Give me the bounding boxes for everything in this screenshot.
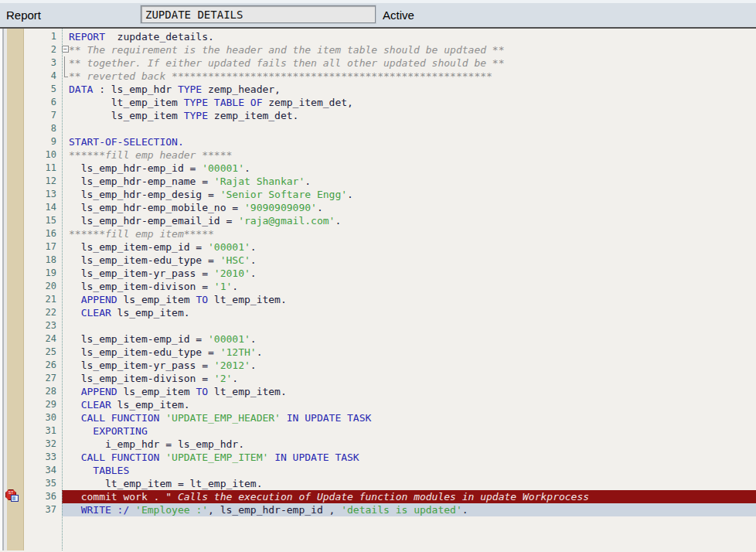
code-line[interactable]: 17 ls_emp_item-emp_id = '00001'.	[24, 240, 756, 254]
code-line[interactable]: 16******fill emp item*****	[24, 227, 756, 240]
code-line[interactable]: 24 ls_emp_item-emp_id = '00001'.	[24, 332, 756, 346]
code-text: TABLES	[69, 464, 129, 477]
code-line[interactable]: 9START-OF-SELECTION.	[24, 135, 756, 148]
code-line-body[interactable]: i_emp_hdr = ls_emp_hdr.	[62, 438, 756, 451]
code-line[interactable]: 35 lt_emp_item = lt_emp_item.	[24, 477, 756, 490]
code-line[interactable]: 5DATA : ls_emp_hdr TYPE zemp_header,	[24, 83, 756, 96]
code-line-body[interactable]: CLEAR ls_emp_item.	[62, 306, 756, 319]
code-line-body[interactable]: ls_emp_item-emp_id = '00001'.	[62, 240, 756, 254]
code-text: WRITE :/ 'Employee :', ls_emp_hdr-emp_id…	[69, 503, 468, 516]
code-text: ls_emp_hdr-emp_id = '00001'.	[69, 162, 250, 175]
code-line[interactable]: 3** together. If either updated fails th…	[24, 56, 756, 70]
code-line[interactable]: 32 i_emp_hdr = ls_emp_hdr.	[24, 438, 756, 451]
line-number: 14	[24, 201, 62, 214]
code-line-body[interactable]: APPEND ls_emp_item TO lt_emp_item.	[62, 293, 756, 306]
code-line-body[interactable]: ls_emp_item-edu_type = 'HSC'.	[62, 254, 756, 267]
code-line[interactable]: 12 ls_emp_hdr-emp_name = 'Rajat Shankar'…	[24, 175, 756, 188]
code-line-body[interactable]: ls_emp_item-divison = '1'.	[62, 280, 756, 293]
fold-collapse-icon[interactable]: −	[62, 43, 69, 56]
line-number: 8	[24, 122, 62, 135]
line-number: 21	[24, 293, 62, 306]
code-line[interactable]: 1REPORT zupdate_details.	[24, 30, 756, 43]
code-line-body[interactable]: ** together. If either updated fails the…	[62, 56, 756, 70]
code-line-body[interactable]: REPORT zupdate_details.	[62, 30, 756, 43]
code-line[interactable]: 23	[24, 319, 756, 332]
code-line[interactable]: 31 EXPORTING	[24, 424, 756, 438]
code-line-body[interactable]: WRITE :/ 'Employee :', ls_emp_hdr-emp_id…	[62, 503, 756, 516]
code-line-body[interactable]: CALL FUNCTION 'UPDATE_EMP_ITEM' IN UPDAT…	[62, 451, 756, 464]
code-line-body[interactable]: EXPORTING	[62, 424, 756, 438]
code-line-body[interactable]: CALL FUNCTION 'UPDATE_EMP_HEADER' IN UPD…	[62, 411, 756, 424]
code-line[interactable]: 33 CALL FUNCTION 'UPDATE_EMP_ITEM' IN UP…	[24, 451, 756, 464]
code-line[interactable]: 29 CLEAR ls_emp_item.	[24, 398, 756, 411]
program-name-input[interactable]	[141, 5, 376, 23]
code-line[interactable]: 10******fill emp header *****	[24, 148, 756, 162]
code-line-body[interactable]: DATA : ls_emp_hdr TYPE zemp_header,	[62, 83, 756, 96]
fold-column	[62, 254, 69, 267]
line-number: 30	[24, 411, 62, 424]
code-line-body[interactable]: commit work . " Calls the execution of U…	[62, 490, 756, 503]
code-text: APPEND ls_emp_item TO lt_emp_item.	[69, 385, 287, 398]
code-line[interactable]: 11 ls_emp_hdr-emp_id = '00001'.	[24, 162, 756, 175]
line-number: 29	[24, 398, 62, 411]
breakpoint-icon[interactable]: ST	[5, 489, 20, 503]
code-line[interactable]: 20 ls_emp_item-divison = '1'.	[24, 280, 756, 293]
code-line-body[interactable]: lt_emp_item TYPE TABLE OF zemp_item_det,	[62, 96, 756, 109]
code-text: CALL FUNCTION 'UPDATE_EMP_ITEM' IN UPDAT…	[69, 451, 359, 464]
code-line[interactable]: 4** reverted back **********************…	[24, 70, 756, 83]
line-number: 25	[24, 346, 62, 359]
code-line[interactable]: 22 CLEAR ls_emp_item.	[24, 306, 756, 319]
code-line[interactable]: 27 ls_emp_item-divison = '2'.	[24, 372, 756, 385]
code-line[interactable]: 26 ls_emp_item-yr_pass = '2012'.	[24, 359, 756, 372]
code-line-body[interactable]	[62, 319, 756, 332]
code-line[interactable]: 2−** The requirement is the header and t…	[24, 43, 756, 56]
code-line-body[interactable]: ls_emp_hdr-emp_mobile_no = '9090909090'.	[62, 201, 756, 214]
code-line-body[interactable]	[62, 122, 756, 135]
code-line[interactable]: 7 ls_emp_item TYPE zemp_item_det.	[24, 109, 756, 122]
code-line[interactable]: 28 APPEND ls_emp_item TO lt_emp_item.	[24, 385, 756, 398]
code-line-body[interactable]: ls_emp_item TYPE zemp_item_det.	[62, 109, 756, 122]
code-line-body[interactable]: CLEAR ls_emp_item.	[62, 398, 756, 411]
line-number: 7	[24, 109, 62, 122]
fold-column	[62, 293, 69, 306]
code-line-body[interactable]: APPEND ls_emp_item TO lt_emp_item.	[62, 385, 756, 398]
breakpoint-gutter[interactable]	[7, 29, 24, 550]
code-line[interactable]: 36 commit work . " Calls the execution o…	[24, 490, 756, 503]
abap-editor[interactable]: 1REPORT zupdate_details.2−** The require…	[0, 29, 756, 550]
line-number: 32	[24, 438, 62, 451]
code-line-body[interactable]: START-OF-SELECTION.	[62, 135, 756, 148]
code-line[interactable]: 13 ls_emp_hdr-emp_desig = 'Senior Softar…	[24, 188, 756, 201]
code-line-body[interactable]: ls_emp_hdr-emp_name = 'Rajat Shankar'.	[62, 175, 756, 188]
code-line[interactable]: 18 ls_emp_item-edu_type = 'HSC'.	[24, 254, 756, 267]
code-line[interactable]: 19 ls_emp_item-yr_pass = '2010'.	[24, 267, 756, 280]
code-line[interactable]: 15 ls_emp_hdr-emp_email_id = 'raja@gmail…	[24, 214, 756, 227]
code-line[interactable]: 21 APPEND ls_emp_item TO lt_emp_item.	[24, 293, 756, 306]
code-line[interactable]: 6 lt_emp_item TYPE TABLE OF zemp_item_de…	[24, 96, 756, 109]
line-number: 19	[24, 267, 62, 280]
code-line[interactable]: 34 TABLES	[24, 464, 756, 477]
code-line-body[interactable]: ******fill emp header *****	[62, 148, 756, 162]
code-line-body[interactable]: ls_emp_hdr-emp_id = '00001'.	[62, 162, 756, 175]
code-line-body[interactable]: ls_emp_hdr-emp_email_id = 'raja@gmail.co…	[62, 214, 756, 227]
code-line[interactable]: 37 WRITE :/ 'Employee :', ls_emp_hdr-emp…	[24, 503, 756, 516]
line-number: 11	[24, 162, 62, 175]
code-line-body[interactable]: lt_emp_item = lt_emp_item.	[62, 477, 756, 490]
code-lines[interactable]: 1REPORT zupdate_details.2−** The require…	[24, 29, 756, 550]
code-line-body[interactable]: TABLES	[62, 464, 756, 477]
code-line[interactable]: 30 CALL FUNCTION 'UPDATE_EMP_HEADER' IN …	[24, 411, 756, 424]
code-line-body[interactable]: ls_emp_item-edu_type = '12TH'.	[62, 346, 756, 359]
code-line-body[interactable]: ls_emp_item-emp_id = '00001'.	[62, 332, 756, 346]
code-line[interactable]: 14 ls_emp_hdr-emp_mobile_no = '909090909…	[24, 201, 756, 214]
code-line-body[interactable]: ls_emp_hdr-emp_desig = 'Senior Softare E…	[62, 188, 756, 201]
code-line-body[interactable]: −** The requirement is the header and th…	[62, 43, 756, 56]
code-line[interactable]: 25 ls_emp_item-edu_type = '12TH'.	[24, 346, 756, 359]
code-line-body[interactable]: ** reverted back ***********************…	[62, 70, 756, 83]
code-text: CLEAR ls_emp_item.	[69, 306, 190, 319]
code-line[interactable]: 8	[24, 122, 756, 135]
code-line-body[interactable]: ******fill emp item*****	[62, 227, 756, 240]
line-number: 33	[24, 451, 62, 464]
code-line-body[interactable]: ls_emp_item-divison = '2'.	[62, 372, 756, 385]
code-line-body[interactable]: ls_emp_item-yr_pass = '2010'.	[62, 267, 756, 280]
code-line-body[interactable]: ls_emp_item-yr_pass = '2012'.	[62, 359, 756, 372]
code-text: CLEAR ls_emp_item.	[69, 398, 190, 411]
